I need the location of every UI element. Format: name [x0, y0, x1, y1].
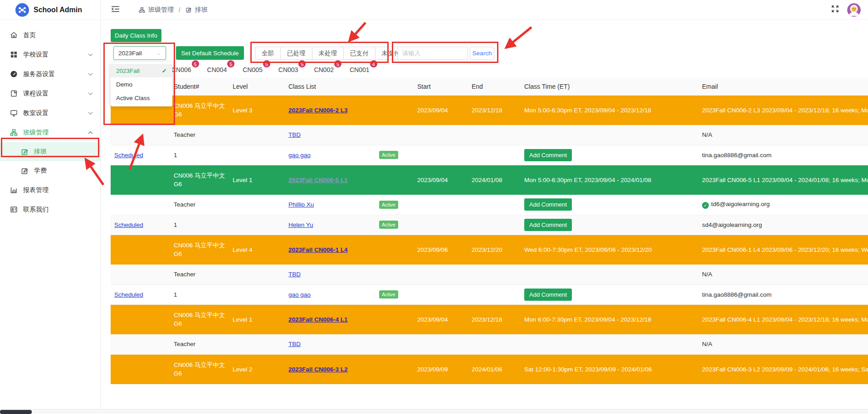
row-label: Teacher: [170, 195, 229, 215]
search-button[interactable]: Search: [470, 47, 494, 60]
dropdown-option-active-class[interactable]: Active Class: [111, 91, 172, 105]
term-select[interactable]: 2023Fall ⌄: [113, 46, 166, 60]
tab-cn001[interactable]: CN001 4: [350, 66, 372, 73]
student-link[interactable]: gao gao: [288, 291, 311, 298]
class-link[interactable]: 2023Fall CN006-2 L3: [288, 107, 348, 114]
sidebar-item-reports[interactable]: 报表管理: [0, 180, 100, 200]
sidebar-item-school-settings[interactable]: 学校设置: [0, 45, 100, 64]
sidebar-item-home[interactable]: 首页: [0, 25, 100, 45]
edit-icon: [21, 148, 29, 156]
table-row-teacher: Teacher TBD N/A: [111, 125, 868, 145]
scheduled-link[interactable]: Scheduled: [114, 152, 143, 159]
level: Level 1: [229, 165, 285, 195]
fullscreen-icon[interactable]: [831, 5, 839, 14]
breadcrumb: 班级管理 / 排班: [139, 6, 208, 14]
chevron-down-icon: [88, 92, 93, 96]
student-link[interactable]: Helen Yu: [288, 221, 313, 228]
scrollbar-thumb[interactable]: [0, 410, 32, 414]
student-count: 1: [170, 284, 229, 304]
class-link[interactable]: 2023Fall CN006-3 L2: [288, 366, 348, 373]
sidebar-item-label: 课程设置: [23, 90, 83, 98]
add-comment-button[interactable]: Add Comment: [524, 198, 572, 211]
search-area: Search: [398, 47, 494, 60]
user-avatar[interactable]: [847, 3, 861, 17]
add-comment-button[interactable]: Add Comment: [524, 149, 572, 161]
sidebar-collapse-icon[interactable]: [111, 5, 120, 14]
dropdown-option-demo[interactable]: Demo: [111, 77, 172, 91]
end-date: 2024/01/08: [468, 165, 521, 195]
horizontal-scrollbar[interactable]: [0, 409, 868, 414]
table-row-teacher: Teacher TBD N/A: [111, 334, 868, 354]
filter-all-button[interactable]: 全部: [255, 47, 281, 60]
sidebar-item-classroom-settings[interactable]: 教室设置: [0, 103, 100, 123]
end-date: 2023/12/18: [468, 95, 521, 125]
filter-unprocessed-button[interactable]: 未处理: [312, 47, 344, 60]
student-link[interactable]: gao gao: [288, 152, 311, 159]
sidebar-item-server-settings[interactable]: 服务器设置: [0, 64, 100, 84]
sidebar-item-class-management[interactable]: 班级管理: [0, 123, 100, 142]
tab-cn004[interactable]: CN004 5: [207, 66, 230, 73]
tab-cn005[interactable]: CN005 5: [243, 66, 265, 73]
class-summary: 2023Fall CN006-3 L2 2023/09/09 - 2024/01…: [698, 354, 868, 384]
teacher-link[interactable]: Phillip Xu: [288, 201, 314, 208]
search-input[interactable]: [398, 47, 468, 60]
start-date: 2023/09/04: [414, 95, 468, 125]
filter-paid-button[interactable]: 已支付: [344, 47, 375, 60]
start-date: 2023/09/04: [414, 165, 468, 195]
sidebar: School Admin 首页 学校设置 服务器设置 课程设置 教室设置: [0, 0, 101, 414]
teacher-link[interactable]: TBD: [288, 271, 301, 278]
tab-label: CN002: [314, 66, 334, 73]
row-label: Teacher: [170, 125, 229, 145]
sidebar-item-tuition[interactable]: 学费: [0, 161, 100, 180]
sidebar-item-course-settings[interactable]: 课程设置: [0, 84, 100, 103]
tab-cn006[interactable]: CN006 5: [171, 66, 194, 73]
scheduled-link[interactable]: Scheduled: [114, 221, 143, 228]
set-default-schedule-button[interactable]: Set Default Schedule: [176, 46, 244, 60]
add-comment-button[interactable]: Add Comment: [524, 289, 572, 301]
tab-label: CN004: [207, 66, 227, 73]
sidebar-item-label: 学校设置: [23, 51, 83, 59]
student-name: CN006 马立平中文 G6: [170, 304, 229, 334]
teacher-link[interactable]: TBD: [288, 341, 301, 347]
count-badge: 5: [298, 60, 306, 68]
email: N/A: [698, 125, 868, 145]
email: N/A: [698, 334, 868, 354]
sidebar-item-label: 教室设置: [23, 109, 83, 117]
breadcrumb-section[interactable]: 班级管理: [148, 6, 174, 14]
end-date: 2023/12/18: [468, 304, 521, 334]
student-count: 1: [170, 145, 229, 165]
home-icon: [10, 31, 18, 39]
term-select-value: 2023Fall: [118, 50, 142, 57]
scheduled-link[interactable]: Scheduled: [114, 291, 143, 298]
sitemap-icon: [139, 7, 145, 13]
add-comment-button[interactable]: Add Comment: [524, 219, 572, 231]
sidebar-item-label: 报表管理: [23, 186, 93, 194]
column-header-end: End: [468, 78, 521, 95]
class-link[interactable]: 2023Fall CN006-1 L4: [288, 246, 348, 253]
class-link[interactable]: 2023Fall CN006-5 L1: [288, 177, 348, 183]
tab-cn002[interactable]: CN002 5: [314, 66, 336, 73]
sidebar-item-contact-us[interactable]: 联系我们: [0, 200, 100, 219]
tab-cn003[interactable]: CN003 5: [278, 66, 301, 73]
app-logo-icon: [15, 3, 29, 17]
check-icon: ✓: [162, 67, 167, 74]
email: tina.gao8886@gmail.com: [698, 284, 868, 304]
grid-icon: [10, 51, 18, 58]
count-badge: 5: [334, 60, 342, 68]
sidebar-item-scheduling[interactable]: 排班: [0, 142, 100, 161]
status-badge: Active: [379, 151, 398, 159]
daily-class-info-button[interactable]: Daily Class Info: [111, 29, 161, 42]
sidebar-header: School Admin: [0, 0, 100, 20]
teacher-link[interactable]: TBD: [288, 131, 301, 138]
filter-processed-button[interactable]: 已处理: [281, 47, 312, 60]
table-header-row: Student# Level Class List Start End Clas…: [111, 78, 868, 95]
email: tina.gao8886@gmail.com: [698, 145, 868, 165]
annotation-arrow: [351, 23, 366, 39]
end-date: 2024/01/06: [468, 354, 521, 384]
dropdown-option-label: Demo: [116, 81, 132, 88]
sidebar-item-label: 首页: [23, 31, 93, 39]
count-badge: 4: [370, 60, 378, 68]
class-link[interactable]: 2023Fall CN006-4 L1: [288, 316, 348, 323]
dropdown-option-2023fall[interactable]: 2023Fall ✓: [111, 64, 172, 77]
chevron-down-icon: ⌄: [157, 50, 161, 56]
